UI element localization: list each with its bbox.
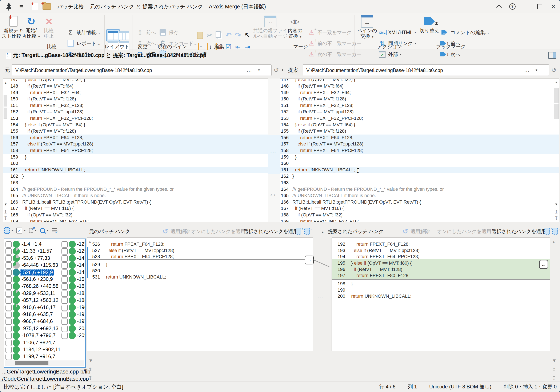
hunk-checkbox[interactable] [5, 340, 12, 346]
hunk-checkbox[interactable] [5, 262, 12, 269]
hunk-item[interactable]: -1106,7 +824,7 [21, 340, 55, 345]
accept-list-button[interactable]: ✓ [52, 228, 57, 233]
hunk-checkbox[interactable] [61, 270, 68, 276]
hunk-checkbox[interactable] [61, 283, 68, 290]
hunk-item[interactable]: -188 [77, 297, 86, 303]
layout-option-3col[interactable] [119, 31, 129, 40]
original-code-pane[interactable]: 147 } else if (OpVT == MVT::f32) {148 if… [3, 79, 268, 222]
hunk-checkbox[interactable] [5, 297, 12, 304]
hunk-item[interactable]: -768,26 +440,58 [21, 283, 59, 289]
goto-hunk-button[interactable]: ↗▼ [29, 228, 37, 233]
ribbon-button-ペインの交換[interactable]: ↔ペインの交換▼ [358, 15, 376, 42]
hunk-checkbox[interactable] [5, 333, 12, 339]
left-path-dropdown-icon[interactable]: ▼ [258, 65, 260, 76]
check-hunks-button[interactable]: ✓▼ [16, 228, 26, 233]
right-path-input[interactable] [306, 65, 518, 76]
hunk-item[interactable]: -203 [77, 325, 86, 331]
hscroll-thumb[interactable] [15, 361, 49, 365]
menu-icon[interactable]: ≡ [17, 2, 26, 11]
help-icon[interactable]: ? [508, 2, 517, 11]
hunk-item[interactable]: -966,7 +684,6 [21, 318, 53, 324]
next-change-marker-icon[interactable]: ▼ [89, 358, 93, 363]
maximize-button[interactable] [535, 2, 545, 11]
next-change-marker-icon[interactable]: ▼ [555, 202, 558, 206]
next-change-marker-icon[interactable]: ▼ [552, 358, 557, 363]
collapse-ribbon-icon[interactable] [494, 2, 504, 11]
unified-view-button[interactable]: ▼ [4, 227, 13, 234]
prev-hunk-bookmark-icon-left[interactable]: ↑ [296, 228, 301, 234]
hunk-checkbox[interactable] [61, 291, 68, 297]
right-path-dropdown-icon[interactable]: ▼ [535, 65, 538, 76]
minimize-button[interactable]: – [521, 2, 531, 11]
hunk-list[interactable]: -1,4 +1,4-11,33 +11,57-53,6 +77,33-64,44… [4, 239, 86, 368]
hunk-checkbox[interactable] [5, 283, 12, 290]
hunk-checkbox[interactable] [5, 326, 12, 332]
hunk-checkbox[interactable] [5, 270, 12, 276]
proposed-code-pane[interactable]: 147 } else if (OpVT == MVT::f32) {148 if… [280, 79, 559, 222]
orig-hunk-pane[interactable]: ▲526 return FPEXT_F64_F128;527 else if (… [87, 238, 313, 351]
hunk-checkbox[interactable] [61, 319, 68, 325]
hunk-checkbox[interactable] [5, 276, 12, 283]
left-history-icon[interactable]: ↺ [274, 64, 279, 75]
unapply-button-right[interactable]: 適用解除 [410, 228, 430, 235]
edit-tool-pointer[interactable]: ↖ [243, 31, 251, 40]
ribbon-button-新規テキスト比較[interactable]: +新規テキスト比較▼ [5, 15, 22, 42]
pane-scroll-thumb[interactable] [4, 95, 7, 119]
left-browse-button[interactable]: … [247, 65, 252, 76]
horizontal-splitter-icon[interactable]: ↔ [269, 189, 277, 199]
hunk-checkbox[interactable] [61, 312, 68, 318]
hunk-checkbox[interactable] [61, 305, 68, 311]
hunk-checkbox[interactable] [61, 248, 68, 254]
hunk-item[interactable]: -918,6 +635,7 [21, 311, 53, 317]
ribbon-button-内容の置換[interactable]: ◁▷内容の置換▼ [285, 15, 305, 42]
hunk-checkbox[interactable] [61, 326, 68, 332]
jump-first-change-icon[interactable]: ↥ [89, 367, 92, 372]
apply-selected-button-left[interactable]: 選択されたハンクを適用▼ [244, 228, 302, 235]
hunk-item[interactable]: -11,33 +11,57 [21, 248, 52, 254]
hunk-item[interactable]: -1078,7 +796,7 [21, 332, 56, 338]
hunk-item[interactable]: -857,12 +563,12 [21, 297, 59, 303]
hunk-item[interactable]: -191 [77, 311, 86, 317]
hunk-checkbox[interactable] [5, 312, 12, 318]
next-hunk-bookmark-icon-left[interactable]: ↓ [304, 228, 310, 234]
hunk-item[interactable]: -910,6 +616,17 [21, 304, 56, 310]
left-path-input[interactable] [15, 65, 239, 76]
hunk-item[interactable]: -209 [77, 332, 86, 338]
jump-first-change-icon[interactable]: ↥ [4, 209, 7, 215]
apply-checked-button-left[interactable]: オンにしたハンクを適用▼ [191, 228, 249, 235]
hunk-checkbox[interactable] [61, 262, 68, 269]
hunk-item[interactable]: -127 [77, 241, 86, 247]
hunk-item[interactable]: -190 [77, 304, 86, 310]
right-history-icon[interactable]: ↺ [551, 64, 556, 75]
hunk-item[interactable]: -145 [77, 269, 86, 275]
hunk-checkbox[interactable] [61, 241, 68, 248]
hunk-item[interactable]: -141 [77, 255, 86, 261]
next-hunk-bookmark-icon-right[interactable]: ↓ [552, 228, 558, 234]
ribbon-button-開始/再比較[interactable]: ↻開始/再比較▼ [23, 15, 40, 42]
hunk-item[interactable]: -161 [77, 283, 86, 289]
jump-last-change-icon[interactable]: ↧ [552, 376, 556, 381]
hunk-checkbox[interactable] [61, 297, 68, 304]
jump-first-change-icon[interactable]: ↥ [555, 209, 558, 215]
hunk-list-hscrollbar[interactable] [5, 361, 84, 366]
apply-hunk-right-button[interactable]: → [305, 256, 314, 264]
hunk-item[interactable]: -143 [77, 262, 86, 268]
hunk-checkbox[interactable] [5, 248, 12, 254]
hunk-checkbox[interactable] [5, 305, 12, 311]
hunk-item[interactable]: -1199,7 +916,7 [21, 353, 55, 359]
hunk-checkbox[interactable] [61, 255, 68, 262]
new-comparison-icon[interactable]: + [31, 2, 39, 11]
hunk-checkbox[interactable] [5, 291, 12, 297]
hunk-checkbox[interactable] [61, 276, 68, 283]
jump-last-change-icon[interactable]: ↧ [89, 376, 92, 381]
close-button[interactable]: × [548, 2, 558, 11]
hunk-item[interactable]: -183 [77, 290, 86, 296]
apply-checked-button-right[interactable]: オンにしたハンクを適用▼ [437, 228, 495, 235]
hunk-item[interactable]: -151 [77, 276, 86, 282]
hunk-item-selected[interactable]: -526,6 +192,9 [20, 269, 54, 276]
jump-first-change-icon[interactable]: ↥ [552, 367, 556, 372]
prop-hunk-pane[interactable]: 192 return FPEXT_F64_F128;193 else if (R… [331, 238, 550, 351]
next-change-marker-icon[interactable]: ▼ [4, 202, 7, 206]
pane-layout-toggle-icon[interactable] [548, 52, 556, 59]
hunk-item[interactable]: -129 [77, 248, 86, 254]
